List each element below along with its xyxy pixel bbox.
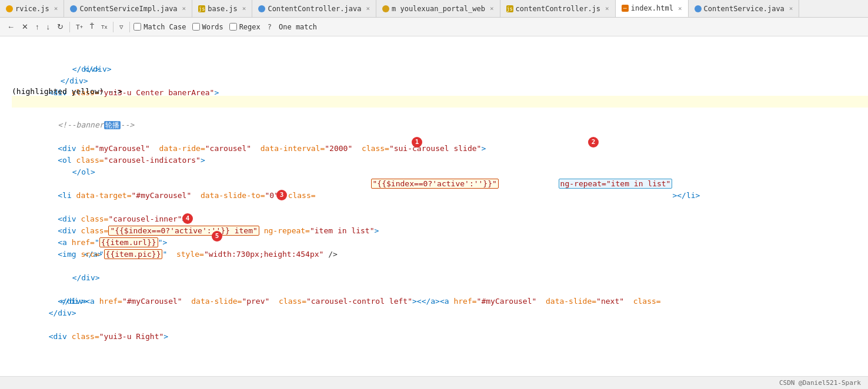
circle-4: 4 bbox=[182, 213, 193, 224]
tab-content-controller-java[interactable]: ContentController.java × bbox=[252, 0, 376, 17]
tab-index-html[interactable]: ⋯ index.html × bbox=[616, 0, 689, 18]
tab-content-service-impl[interactable]: ContentServiceImpl.java × bbox=[64, 0, 192, 17]
back-button[interactable]: ← bbox=[5, 21, 17, 32]
tab-content-controller-js[interactable]: js contentController.js × bbox=[500, 0, 616, 17]
code-line-8: <ol class="carousel-indicators"> bbox=[12, 131, 868, 143]
words-checkbox[interactable] bbox=[192, 23, 200, 31]
code-line-16: <img src="{{item.pic}}" style="width:730… bbox=[12, 225, 868, 237]
sep2 bbox=[113, 22, 113, 32]
code-line-4: <div class="yui3-u Center banerArea"> bbox=[12, 75, 868, 87]
search-options: Match Case Words Regex ? bbox=[133, 23, 272, 31]
tab-icon-content-controller-js: js bbox=[506, 5, 513, 12]
tab-label-content-service-impl: ContentServiceImpl.java bbox=[79, 5, 177, 13]
tab-close-index-html[interactable]: × bbox=[678, 5, 682, 12]
tab-icon-base-js: js bbox=[198, 5, 205, 12]
circle-5: 5 bbox=[212, 231, 222, 242]
code-line-20: </div><a href="#myCarousel" data-slide="… bbox=[12, 272, 868, 284]
tab-close-base-js[interactable]: × bbox=[242, 5, 246, 12]
tab-service-js[interactable]: rvice.js × bbox=[0, 0, 64, 17]
sep3 bbox=[129, 22, 130, 32]
tab-label-content-service-java: ContentService.java bbox=[704, 5, 784, 13]
regex-checkbox[interactable] bbox=[229, 23, 237, 31]
tab-close-content-controller-java[interactable]: × bbox=[366, 5, 370, 12]
tab-youlexuan[interactable]: m youlexuan_portal_web × bbox=[376, 0, 500, 17]
tab-label-content-controller-java: ContentController.java bbox=[268, 5, 361, 13]
up-button[interactable]: ↑ bbox=[33, 21, 42, 32]
code-line-19: </div> bbox=[12, 260, 868, 272]
tab-close-service-js[interactable]: × bbox=[54, 5, 58, 12]
code-content: </div> </div> </div> <div class="yui3-u … bbox=[0, 36, 868, 376]
tab-close-youlexuan[interactable]: × bbox=[490, 5, 494, 12]
code-line-24: <div class="yui3-u Right"> bbox=[12, 319, 868, 331]
format-button2[interactable]: T̄ bbox=[88, 22, 96, 32]
tab-icon-index-html: ⋯ bbox=[622, 5, 629, 12]
tab-label-index-html: index.html bbox=[631, 4, 673, 12]
match-result: One match bbox=[279, 23, 317, 31]
tab-base-js[interactable]: js base.js × bbox=[192, 0, 252, 17]
status-text: CSDN @Daniel521-Spark bbox=[779, 379, 861, 387]
sep1 bbox=[69, 22, 70, 32]
tab-content-service-java[interactable]: ContentService.java × bbox=[689, 0, 800, 17]
tab-icon-service-js bbox=[6, 5, 13, 12]
find-toolbar: ← ✕ ↑ ↓ ↻ T+ T̄ Tx ▿ Match Case Words Re… bbox=[0, 18, 868, 36]
tab-label-base-js: base.js bbox=[208, 5, 238, 13]
code-line-15: <a href="{{item.url}}"> 4 bbox=[12, 213, 868, 225]
help-icon[interactable]: ? bbox=[268, 23, 272, 31]
match-case-label[interactable]: Match Case bbox=[133, 23, 186, 31]
tab-close-content-service-impl[interactable]: × bbox=[182, 5, 186, 12]
down-button[interactable]: ↓ bbox=[44, 21, 53, 32]
words-text: Words bbox=[202, 23, 223, 31]
tab-icon-content-controller-java bbox=[258, 5, 265, 12]
tab-icon-youlexuan bbox=[382, 5, 389, 12]
code-line-14: <div class="{{$index==0?'active':''}} it… bbox=[12, 202, 868, 213]
close-search-button[interactable]: ✕ bbox=[19, 21, 31, 32]
match-case-checkbox[interactable] bbox=[133, 23, 141, 31]
code-line-13: <div class="carousel-inner"> 3 bbox=[12, 190, 868, 202]
regex-label[interactable]: Regex bbox=[229, 23, 261, 31]
filter-button[interactable]: ▿ bbox=[117, 21, 126, 32]
code-container: </div> </div> </div> <div class="yui3-u … bbox=[0, 36, 868, 376]
editor-area[interactable]: </div> </div> </div> <div class="yui3-u … bbox=[0, 36, 868, 376]
tab-close-content-service-java[interactable]: × bbox=[789, 5, 793, 12]
code-line-1: </div> bbox=[12, 40, 868, 52]
code-line-9: <li data-target="#myCarousel" data-slide… bbox=[12, 143, 868, 155]
circle-2: 2 bbox=[588, 137, 599, 147]
tab-label-content-controller-js: contentController.js bbox=[516, 5, 601, 13]
code-line-3: </div> bbox=[12, 63, 868, 75]
refresh-button[interactable]: ↻ bbox=[55, 21, 66, 32]
tab-bar: rvice.js × ContentServiceImpl.java × js … bbox=[0, 0, 868, 18]
tab-icon-content-service-java bbox=[695, 5, 702, 12]
tab-label-youlexuan: m youlexuan_portal_web bbox=[392, 5, 485, 13]
code-line-23 bbox=[12, 307, 868, 319]
code-line-7: <div id="myCarousel" data-ride="carousel… bbox=[12, 119, 868, 131]
circle-1: 1 bbox=[412, 137, 422, 147]
match-case-text: Match Case bbox=[143, 23, 186, 31]
code-line-6 bbox=[12, 108, 868, 119]
status-bar: CSDN @Daniel521-Spark bbox=[0, 376, 868, 389]
words-label[interactable]: Words bbox=[192, 23, 223, 31]
code-line-2: </div> bbox=[12, 52, 868, 63]
code-line-21: </div> bbox=[12, 284, 868, 296]
regex-text: Regex bbox=[239, 23, 261, 31]
tab-label-service-js: rvice.js bbox=[15, 5, 49, 13]
format-button3[interactable]: Tx bbox=[99, 23, 109, 31]
format-button1[interactable]: T+ bbox=[74, 22, 85, 32]
circle-3: 3 bbox=[276, 190, 287, 200]
tab-close-content-controller-js[interactable]: × bbox=[605, 5, 609, 12]
tab-icon-content-service-impl bbox=[70, 5, 77, 12]
